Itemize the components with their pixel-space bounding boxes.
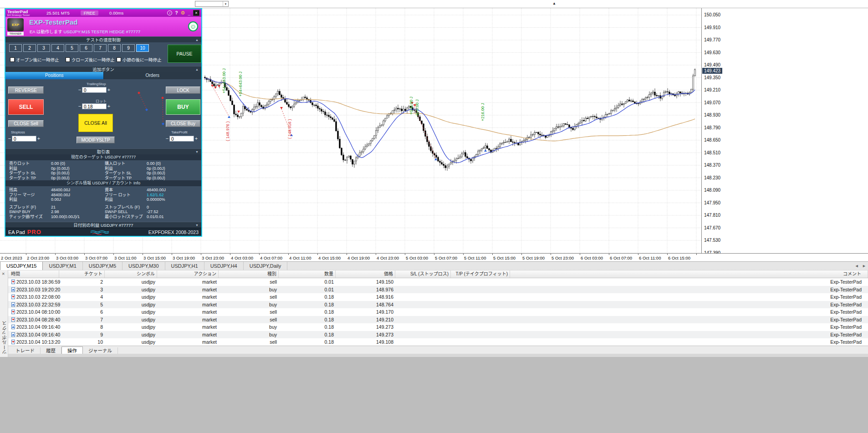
speed-button-8[interactable]: 8 [108, 44, 121, 52]
checkbox-box[interactable] [66, 57, 70, 62]
speed-button-6[interactable]: 6 [80, 44, 92, 52]
section-header-extra[interactable]: 追加ボタン ▲ [5, 66, 201, 72]
testerpad-titlebar[interactable]: TesterPad EA Strategy Tester 25.501 MT5 … [5, 9, 201, 17]
help-icon[interactable]: ? [175, 10, 178, 15]
minus-button[interactable]: − [77, 103, 82, 109]
speed-button-9[interactable]: 9 [122, 44, 135, 52]
plus-button[interactable]: + [194, 136, 199, 141]
toolbox-tab-トレード[interactable]: トレード [10, 347, 41, 354]
deal-row[interactable]: 2023.10.04 08:28:407usdjpymarketsell0.18… [8, 316, 868, 324]
cell-action: market [157, 338, 219, 346]
minus-button[interactable]: − [7, 136, 12, 141]
pause-checkbox[interactable]: クローズ後に一時停止 [66, 56, 115, 63]
bottom-scroll-strip[interactable] [0, 354, 868, 357]
close-sell-button[interactable]: CLOSE Sell [8, 120, 44, 127]
time-axis-label: 5 Oct 19:00 [522, 255, 545, 260]
column-header-comment[interactable]: コメント [510, 270, 868, 278]
smiley-icon[interactable]: ☺ [188, 21, 198, 31]
section-header-daily[interactable]: 日付別の利益 USDJPY #77777 ▼ [5, 222, 201, 228]
toolbox-tab-操作[interactable]: 操作 [61, 346, 83, 354]
deal-row[interactable]: 2023.10.04 10:13:2010usdjpymarketsell0.1… [8, 338, 868, 346]
lot-input[interactable]: 0.18 [82, 103, 107, 109]
chart-tab-USDJPY,H1[interactable]: USDJPY,H1 [165, 262, 204, 270]
pause-checkbox[interactable]: オープン後に一時停止 [10, 56, 59, 63]
plus-button[interactable]: + [36, 136, 41, 141]
speed-button-2[interactable]: 2 [23, 44, 36, 52]
column-header-tp[interactable]: T/P (テイクプロフィット) [451, 270, 510, 278]
column-header-symbol[interactable]: シンボル [105, 270, 157, 278]
trade-annotation: ( 148.976 ) [225, 121, 230, 141]
deal-row[interactable]: 2023.10.03 22:08:004usdjpymarketsell0.18… [8, 293, 868, 301]
tools-icon[interactable]: ⚙ [181, 10, 185, 15]
tab-scroll-left-icon[interactable]: ◄ [855, 264, 859, 268]
stoploss-input[interactable]: 0 [12, 136, 36, 142]
cell-comment: Exp-TesterPad [510, 323, 868, 331]
close-icon[interactable]: × [2, 271, 5, 276]
chart-tab-USDJPY,M30[interactable]: USDJPY,M30 [123, 262, 165, 270]
tab-scroll-right-icon[interactable]: ► [862, 264, 866, 268]
deal-row[interactable]: 2023.10.04 09:16:409usdjpymarketbuy0.181… [8, 331, 868, 339]
reverse-button[interactable]: REVERSE [8, 87, 44, 94]
close-buy-button[interactable]: CLOSE Buy [166, 120, 200, 127]
plus-button[interactable]: + [107, 87, 111, 92]
column-header-time[interactable]: 時間 [8, 270, 59, 278]
cell-sl [395, 293, 451, 301]
close-all-button[interactable]: CLOSE All [78, 114, 113, 132]
toolbar-combobox[interactable]: ▼ [195, 1, 229, 7]
collapse-arrow-icon[interactable]: ▼ [195, 149, 199, 155]
toolbox-tab-ジャーナル[interactable]: ジャーナル [83, 347, 118, 354]
toolbox-tab-履歴[interactable]: 履歴 [41, 347, 61, 354]
scroll-up-icon[interactable]: ▲ [552, 1, 556, 5]
pause-button[interactable]: PAUSE [168, 45, 201, 63]
column-header-type[interactable]: 種別 [219, 270, 279, 278]
minus-button[interactable]: − [165, 136, 169, 141]
lock-button[interactable]: LOCK [166, 87, 200, 94]
deal-row[interactable]: 2023.10.04 08:10:006usdjpymarketsell0.18… [8, 308, 868, 316]
cell-time: 2023.10.03 19:20:20 [15, 286, 59, 294]
price-axis-label: 147.810 [704, 213, 720, 218]
price-axis-label: 148.930 [704, 112, 720, 117]
takeprofit-input[interactable]: 0 [169, 136, 194, 142]
speed-button-7[interactable]: 7 [94, 44, 107, 52]
chart-tab-USDJPY,M1[interactable]: USDJPY,M1 [43, 262, 82, 270]
tab-positions[interactable]: Positions [5, 72, 103, 79]
cell-volume: 0.01 [279, 278, 336, 286]
deal-row[interactable]: 2023.10.03 18:36:592usdjpymarketsell0.01… [8, 278, 868, 286]
column-header-action[interactable]: アクション [157, 270, 219, 278]
plus-button[interactable]: + [107, 103, 111, 109]
close-icon[interactable]: × [193, 10, 199, 16]
minus-button[interactable]: − [77, 87, 82, 92]
modify-sltp-button[interactable]: MODIFYSLTP [77, 137, 115, 143]
buy-button[interactable]: BUY [166, 99, 200, 115]
cell-volume: 0.18 [279, 316, 336, 324]
minimize-icon[interactable]: _ [188, 11, 190, 15]
section-header-speed[interactable]: テストの速度制御 ▲ [5, 36, 201, 42]
chart-tab-USDJPY,M15[interactable]: USDJPY,M15 [0, 262, 43, 270]
info-icon[interactable]: i [167, 10, 172, 15]
sell-button[interactable]: SELL [8, 99, 44, 115]
column-header-sl[interactable]: S/L (ストップロス) [395, 270, 451, 278]
column-header-volume[interactable]: 数量 [279, 270, 336, 278]
tab-orders[interactable]: Orders [103, 72, 202, 79]
deal-row[interactable]: 2023.10.03 22:32:595usdjpymarketbuy0.181… [8, 301, 868, 309]
deal-row[interactable]: 2023.10.03 19:20:203usdjpymarketbuy0.011… [8, 286, 868, 294]
chart-tab-USDJPY,Daily[interactable]: USDJPY,Daily [244, 262, 288, 270]
section-header-trades[interactable]: 取引表 ▼ [5, 148, 201, 154]
column-header-price[interactable]: 価格 [336, 270, 395, 278]
checkbox-box[interactable] [117, 57, 121, 62]
chart-tab-USDJPY,H4[interactable]: USDJPY,H4 [204, 262, 244, 270]
pause-checkbox[interactable]: 小節の後に一時停止 [117, 56, 162, 63]
chevron-down-icon[interactable]: ▼ [223, 1, 228, 6]
deal-row[interactable]: 2023.10.04 09:16:408usdjpymarketbuy0.181… [8, 323, 868, 331]
speed-button-4[interactable]: 4 [51, 44, 64, 52]
chart-tab-USDJPY,M5[interactable]: USDJPY,M5 [83, 262, 123, 270]
speed-button-3[interactable]: 3 [37, 44, 50, 52]
checkbox-box[interactable] [10, 57, 15, 62]
speed-button-5[interactable]: 5 [66, 44, 78, 52]
cell-symbol: usdjpy [105, 316, 157, 324]
trailingstop-input[interactable]: 0 [82, 87, 107, 93]
speed-button-10[interactable]: 10 [136, 44, 149, 52]
speed-button-1[interactable]: 1 [9, 44, 22, 52]
column-header-ticket[interactable]: チケット [59, 270, 105, 278]
collapse-arrow-icon[interactable]: ▲ [195, 66, 199, 72]
